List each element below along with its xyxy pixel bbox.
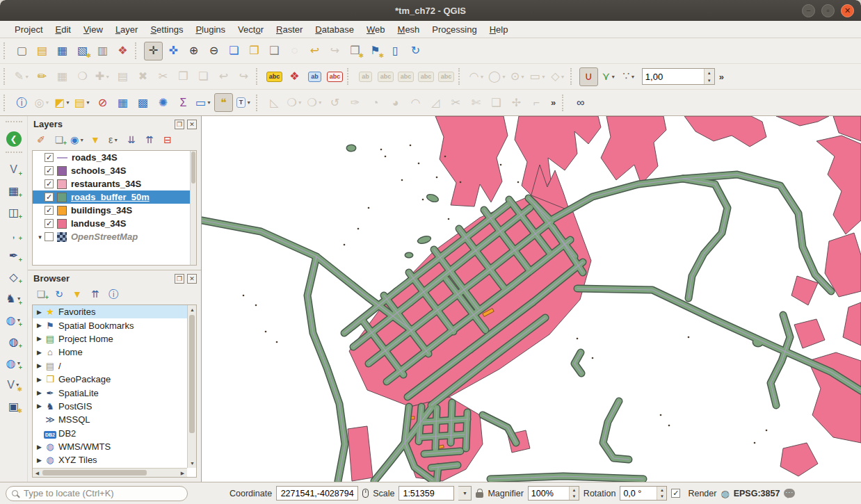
menu-layer[interactable]: Layer xyxy=(109,22,145,37)
browser-item-favorites[interactable]: ▶★Favorites xyxy=(33,305,187,318)
menu-project[interactable]: Project xyxy=(8,22,49,37)
add-mesh-layer[interactable]: ◫+ xyxy=(4,203,23,222)
split-features[interactable]: ✂ xyxy=(446,93,465,112)
remove-layer[interactable]: ⊟ xyxy=(159,131,176,148)
paste-features[interactable]: ❏ xyxy=(194,67,213,86)
filter-browser[interactable]: ▼ xyxy=(69,286,86,302)
save-project-as[interactable]: ▧✱ xyxy=(73,42,92,60)
digitize-ellipse-dropdown-icon[interactable]: ▼ xyxy=(520,74,525,79)
statistical-abacus[interactable]: ▩ xyxy=(134,93,152,112)
zoom-last[interactable]: ↩ xyxy=(305,42,324,60)
open-attribute-table[interactable]: ▦ xyxy=(113,93,132,112)
layer-visibility-checkbox[interactable]: ✓ xyxy=(45,219,54,228)
digitize-rectangle[interactable]: ▭▼ xyxy=(529,67,547,86)
minimize-button[interactable]: − xyxy=(802,4,815,17)
rotation-input[interactable] xyxy=(620,487,657,500)
browser-horizontal-scrollbar[interactable]: ◀ ▶ xyxy=(33,468,187,477)
menu-help[interactable]: Help xyxy=(483,22,515,37)
tracing-offset-down-icon[interactable]: ▼ xyxy=(705,76,714,84)
tree-expander-icon[interactable]: ▶ xyxy=(35,376,44,383)
menu-raster[interactable]: Raster xyxy=(270,22,309,37)
style-manager[interactable]: ❖ xyxy=(113,42,132,60)
add-feature[interactable]: ❍ xyxy=(73,67,92,86)
layer-expander-icon[interactable]: ▾ xyxy=(35,234,45,241)
toggle-editing[interactable]: ✏ xyxy=(33,67,51,86)
layer-visibility-checkbox[interactable]: ✓ xyxy=(45,193,54,202)
layer-visibility-checkbox[interactable]: ✓ xyxy=(45,206,54,215)
scroll-down-icon[interactable]: ▼ xyxy=(188,459,197,468)
layer-labeling[interactable]: abc xyxy=(265,67,284,86)
show-unplaced-labels[interactable]: abc xyxy=(376,67,395,86)
zoom-to-layer[interactable]: ❑ xyxy=(265,42,284,60)
layer-visibility-checkbox[interactable]: ✓ xyxy=(45,179,54,188)
offset-curve[interactable]: ◠ xyxy=(406,93,425,112)
merge-features[interactable]: ❑ xyxy=(487,93,506,112)
layers-panel-float-icon[interactable]: ❐ xyxy=(175,120,184,129)
add-virtual-layer[interactable]: ◇+ xyxy=(4,268,23,286)
move-feature-dropdown-icon[interactable]: ▼ xyxy=(298,100,303,105)
layer-diagram[interactable]: ❖ xyxy=(285,67,304,86)
add-ring[interactable]: ◔ xyxy=(366,93,385,112)
tree-expander-icon[interactable]: ▶ xyxy=(35,403,44,409)
add-delimited-text-layer[interactable]: ‚+ xyxy=(4,225,23,243)
fill-ring[interactable]: ◕ xyxy=(386,93,405,112)
browser-panel-float-icon[interactable]: ❐ xyxy=(175,274,184,284)
magnifier-input[interactable] xyxy=(529,487,569,500)
save-project[interactable]: ▦ xyxy=(53,42,72,60)
osm-place-search[interactable]: ∞ xyxy=(571,93,590,112)
undo[interactable]: ↩ xyxy=(214,67,233,86)
cad-tools[interactable]: ◺ xyxy=(265,93,284,112)
cut-features[interactable]: ✂ xyxy=(154,67,172,86)
browser-panel-close-icon[interactable]: ✕ xyxy=(187,274,197,284)
menu-vector[interactable]: Vector xyxy=(232,22,270,37)
maximize-button[interactable]: ▫ xyxy=(821,4,835,17)
tracing-offset-up-icon[interactable]: ▲ xyxy=(705,69,714,76)
browser-item-project-home[interactable]: ▶▤Project Home xyxy=(33,332,187,346)
select-features-by-value[interactable]: ▤▼ xyxy=(73,93,92,112)
tracing-offset-input[interactable] xyxy=(643,69,704,84)
menu-processing[interactable]: Processing xyxy=(426,22,483,37)
processing-toolbox[interactable]: ✺ xyxy=(154,93,172,112)
run-feature-action-dropdown-icon[interactable]: ▼ xyxy=(45,100,50,105)
locator-search[interactable] xyxy=(6,486,188,501)
extents-toggle-icon[interactable] xyxy=(362,489,369,498)
select-features[interactable]: ◩▼ xyxy=(53,93,72,112)
pin-labels[interactable]: ab xyxy=(305,67,324,86)
digitize-ellipse[interactable]: ⊙▼ xyxy=(508,67,527,86)
copy-move-feature-dropdown-icon[interactable]: ▼ xyxy=(318,100,323,105)
identify-features[interactable]: ⓘ xyxy=(13,93,31,112)
add-wfs-layer[interactable]: ◍+▼ xyxy=(4,354,23,373)
rotate-feature[interactable]: ↺ xyxy=(325,93,344,112)
map-tips[interactable]: ❝ xyxy=(214,93,233,112)
tree-expander-icon[interactable]: ▶ xyxy=(35,349,44,356)
digitize-with-curve[interactable]: ◠▼ xyxy=(467,67,486,86)
measure-line-dropdown-icon[interactable]: ▼ xyxy=(207,100,211,105)
add-selected-layers[interactable]: ❏+ xyxy=(33,286,49,302)
enable-tracing[interactable]: ∵▼ xyxy=(620,67,638,86)
measure-line[interactable]: ▭▼ xyxy=(194,93,213,112)
scroll-up-icon[interactable]: ▲ xyxy=(188,305,197,314)
lock-scale-icon[interactable] xyxy=(476,492,483,498)
refresh-browser[interactable]: ↻ xyxy=(51,286,67,302)
menu-plugins[interactable]: Plugins xyxy=(189,22,232,37)
current-edits-dropdown-icon[interactable]: ▼ xyxy=(24,74,29,79)
messages-icon[interactable]: ··· xyxy=(784,489,795,498)
magnifier-down-icon[interactable]: ▼ xyxy=(570,494,579,501)
locator-input[interactable] xyxy=(22,487,182,499)
digitize-with-curve-dropdown-icon[interactable]: ▼ xyxy=(480,74,485,79)
current-edits[interactable]: ✎▼ xyxy=(13,67,31,86)
digitize-circle-dropdown-icon[interactable]: ▼ xyxy=(501,74,506,79)
toolbar-overflow-icon[interactable]: » xyxy=(719,72,724,82)
scale-input[interactable] xyxy=(399,486,454,501)
tree-expander-icon[interactable]: ▶ xyxy=(35,389,44,396)
tree-expander-icon[interactable]: ▶ xyxy=(35,335,44,342)
zoom-full-extent[interactable]: ❏ xyxy=(225,42,243,60)
refresh-map[interactable]: ↻ xyxy=(406,42,425,60)
layer-item-restaurants_34s[interactable]: ✓restaurants_34S xyxy=(33,177,196,190)
rotation-down-icon[interactable]: ▼ xyxy=(657,494,666,501)
browser-item-home[interactable]: ▶⌂Home xyxy=(33,346,187,359)
open-project[interactable]: ▤ xyxy=(33,42,51,60)
add-vector-layer[interactable]: V+ xyxy=(4,160,23,179)
layer-item-schools_34s[interactable]: ✓schools_34S xyxy=(33,164,196,177)
manage-map-themes[interactable]: ◉▼ xyxy=(69,131,86,148)
